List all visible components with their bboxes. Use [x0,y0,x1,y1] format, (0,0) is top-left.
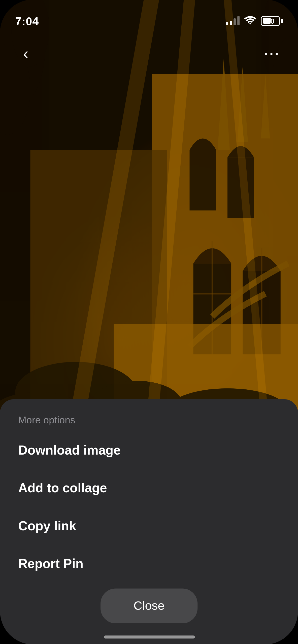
more-options-button[interactable]: ··· [258,40,286,67]
back-button[interactable]: ‹ [12,40,39,67]
report-pin-label: Report Pin [18,557,83,572]
close-button[interactable]: Close [100,589,198,623]
close-label: Close [134,599,164,613]
bottom-sheet: More options Download image Add to colla… [0,399,298,644]
copy-link-item[interactable]: Copy link [0,508,298,545]
pin-image: ‹ ··· [0,0,298,425]
copy-link-label: Copy link [18,519,76,534]
report-pin-item[interactable]: Report Pin [0,546,298,584]
download-image-item[interactable]: Download image [0,432,298,470]
wifi-icon [244,15,256,26]
ellipsis-icon: ··· [264,46,280,62]
add-to-collage-item[interactable]: Add to collage [0,470,298,508]
signal-icon [226,16,240,25]
chevron-left-icon: ‹ [23,46,28,62]
phone-container: 7:04 50 [0,0,298,644]
home-indicator [104,635,194,638]
svg-point-0 [249,23,251,24]
status-bar: 7:04 50 [0,0,298,33]
nav-overlay: ‹ ··· [0,33,298,75]
status-time: 7:04 [15,14,39,27]
sheet-title: More options [0,415,298,432]
status-icons: 50 [226,15,283,26]
download-image-label: Download image [18,443,121,458]
battery-icon: 50 [261,16,283,25]
add-to-collage-label: Add to collage [18,481,107,496]
